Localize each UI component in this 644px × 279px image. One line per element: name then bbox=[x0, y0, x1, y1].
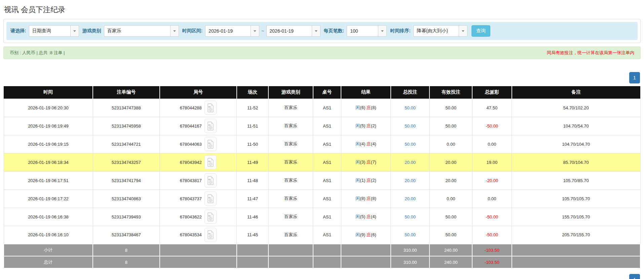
cell-total-bet[interactable]: 50.00 bbox=[391, 226, 429, 244]
cell-session: 11-45 bbox=[237, 226, 269, 244]
date-to-combo[interactable]: 2026-01-19 bbox=[266, 25, 320, 37]
chevron-down-icon bbox=[173, 30, 176, 32]
cell-total-bet[interactable]: 20.00 bbox=[391, 171, 429, 189]
cell-table-no: AS1 bbox=[313, 226, 341, 244]
result-player-score: (1) bbox=[360, 178, 365, 183]
result-banker-label: 庄 bbox=[367, 105, 371, 110]
cell-session: 11-47 bbox=[237, 189, 269, 208]
cell-round-id: 678043622 bbox=[160, 208, 237, 226]
round-id-value: 678043737 bbox=[180, 196, 202, 201]
pagination-bottom: 1 bbox=[4, 274, 640, 279]
round-id-value: 678044063 bbox=[180, 142, 202, 147]
cell-table-no: AS1 bbox=[313, 189, 341, 208]
page-size-value[interactable]: 100 bbox=[347, 26, 378, 36]
cell-table-no: AS1 bbox=[313, 153, 341, 171]
round-id-value: 678044167 bbox=[180, 124, 202, 129]
video-replay-icon[interactable] bbox=[204, 119, 217, 133]
date-to-dropdown-button[interactable] bbox=[312, 26, 320, 36]
result-player-label: 闲 bbox=[355, 214, 360, 219]
page-title: 视讯 会员下注纪录 bbox=[4, 5, 644, 15]
page-1-button[interactable]: 1 bbox=[629, 72, 640, 83]
cell-round-id: 678044063 bbox=[160, 135, 237, 153]
cell-remark: 104.70/104.70 bbox=[512, 135, 640, 153]
cell-result: 闲(4) 庄(4) bbox=[341, 135, 391, 153]
cell-valid-bet: 50.00 bbox=[429, 226, 472, 244]
search-button[interactable]: 查询 bbox=[471, 25, 490, 37]
query-type-value[interactable]: 日期查询 bbox=[29, 26, 70, 36]
cell-session: 11-49 bbox=[237, 153, 269, 171]
cell-game-type: 百家乐 bbox=[268, 153, 313, 171]
time-sort-label: 时间排序: bbox=[390, 28, 411, 34]
query-type-combo[interactable]: 日期查询 bbox=[29, 25, 79, 37]
video-replay-icon[interactable] bbox=[204, 101, 217, 115]
date-from-dropdown-button[interactable] bbox=[251, 26, 259, 36]
video-replay-icon[interactable] bbox=[204, 228, 217, 242]
time-sort-value[interactable]: 降幂(由大到小) bbox=[414, 26, 459, 36]
cell-round-id: 678043534 bbox=[160, 226, 237, 244]
cell-game-type: 百家乐 bbox=[268, 208, 313, 226]
table-row: 2026-01-19 06:16:10 523134738467 6780435… bbox=[4, 226, 640, 244]
cell-remark: 54.70/102.20 bbox=[512, 99, 640, 117]
round-id-value: 678043534 bbox=[180, 232, 202, 237]
table-row: 2026-01-19 06:19:49 523134745958 6780441… bbox=[4, 117, 640, 135]
cell-total-bet[interactable]: 20.00 bbox=[391, 189, 429, 208]
table-header-row: 时间 注单编号 局号 场次 游戏类别 桌号 结果 总投注 有效投注 总派彩 备注 bbox=[4, 86, 640, 99]
col-payout: 总派彩 bbox=[472, 86, 512, 99]
date-from-combo[interactable]: 2026-01-19 bbox=[205, 25, 259, 37]
game-type-combo[interactable]: 百家乐 bbox=[104, 25, 179, 37]
pagination-top: 1 bbox=[4, 72, 640, 83]
bet-records-table: 时间 注单编号 局号 场次 游戏类别 桌号 结果 总投注 有效投注 总派彩 备注… bbox=[3, 86, 641, 269]
result-banker-label: 庄 bbox=[367, 141, 371, 146]
cell-valid-bet: 20.00 bbox=[429, 153, 472, 171]
video-replay-icon[interactable] bbox=[204, 173, 217, 187]
cell-session: 11-51 bbox=[237, 117, 269, 135]
page-size-dropdown-button[interactable] bbox=[378, 26, 386, 36]
result-player-label: 闲 bbox=[355, 196, 360, 201]
cell-total-bet[interactable]: 50.00 bbox=[391, 208, 429, 226]
summary-bar: 币别 : 人民币 | 总共 :8 注单 | 同局有效投注，统一计算在该局第一张注… bbox=[3, 46, 641, 59]
cell-order-id: 523134738467 bbox=[93, 226, 160, 244]
cell-total-bet[interactable]: 50.00 bbox=[391, 135, 429, 153]
video-replay-icon[interactable] bbox=[204, 191, 217, 206]
cell-time: 2026-01-19 06:17:51 bbox=[4, 171, 93, 189]
game-type-dropdown-button[interactable] bbox=[170, 26, 179, 36]
cell-table-no: AS1 bbox=[313, 208, 341, 226]
chevron-down-icon bbox=[73, 30, 76, 32]
filter-panel: 请选择: 日期查询 游戏类别 百家乐 时间区间: 2026-01-19 ~ 20… bbox=[3, 19, 641, 43]
video-replay-icon[interactable] bbox=[204, 137, 217, 151]
date-from-value[interactable]: 2026-01-19 bbox=[205, 26, 251, 36]
time-sort-dropdown-button[interactable] bbox=[459, 26, 467, 36]
cell-result: 闲(5) 庄(2) bbox=[341, 117, 391, 135]
cell-game-type: 百家乐 bbox=[268, 135, 313, 153]
cell-time: 2026-01-19 06:16:38 bbox=[4, 208, 93, 226]
game-type-value[interactable]: 百家乐 bbox=[104, 26, 170, 36]
video-replay-icon[interactable] bbox=[204, 210, 217, 224]
cell-valid-bet: 50.00 bbox=[429, 117, 472, 135]
cell-table-no: AS1 bbox=[313, 171, 341, 189]
table-row: 2026-01-19 06:17:51 523134741794 6780438… bbox=[4, 171, 640, 189]
result-banker-label: 庄 bbox=[367, 160, 371, 165]
col-valid-bet: 有效投注 bbox=[429, 86, 472, 99]
result-banker-score: (8) bbox=[371, 105, 376, 110]
page-size-combo[interactable]: 100 bbox=[347, 25, 387, 37]
col-table-no: 桌号 bbox=[313, 86, 341, 99]
cell-payout: 19.00 bbox=[472, 153, 512, 171]
total-valid-bet: 240.00 bbox=[429, 256, 472, 268]
result-player-score: (5) bbox=[360, 123, 365, 128]
cell-total-bet[interactable]: 50.00 bbox=[391, 99, 429, 117]
cell-valid-bet: 50.00 bbox=[429, 99, 472, 117]
time-sort-combo[interactable]: 降幂(由大到小) bbox=[413, 25, 467, 37]
cell-total-bet[interactable]: 20.00 bbox=[391, 153, 429, 171]
page-1-button-bottom[interactable]: 1 bbox=[629, 274, 640, 279]
video-replay-icon[interactable] bbox=[204, 155, 217, 169]
cell-round-id: 678043737 bbox=[160, 189, 237, 208]
cell-time: 2026-01-19 06:19:49 bbox=[4, 117, 93, 135]
result-player-label: 闲 bbox=[355, 232, 360, 237]
date-to-value[interactable]: 2026-01-19 bbox=[267, 26, 312, 36]
query-type-dropdown-button[interactable] bbox=[70, 26, 79, 36]
cell-payout: -50.00 bbox=[472, 208, 512, 226]
cell-table-no: AS1 bbox=[313, 117, 341, 135]
cell-game-type: 百家乐 bbox=[268, 171, 313, 189]
result-banker-label: 庄 bbox=[367, 178, 371, 183]
cell-total-bet[interactable]: 50.00 bbox=[391, 117, 429, 135]
